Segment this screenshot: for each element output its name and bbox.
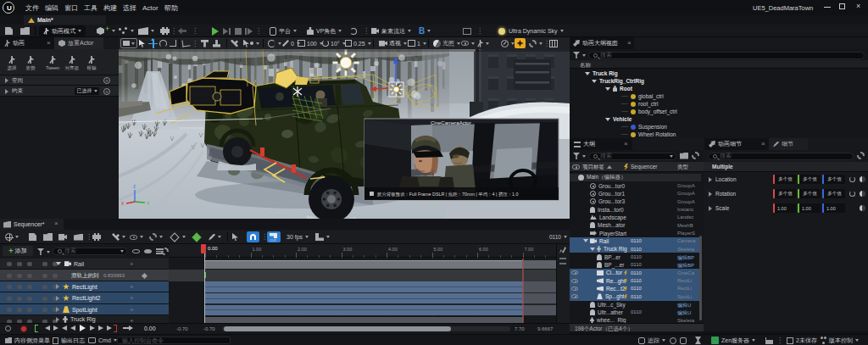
svg-text:CineCameraActor: CineCameraActor xyxy=(431,120,471,125)
svg-text:Z: Z xyxy=(133,184,136,189)
svg-text:胶片背板预设：Full Frame DSLR | 焦距：70: 胶片背板预设：Full Frame DSLR | 焦距：70mm | 平均：4 … xyxy=(377,192,519,198)
